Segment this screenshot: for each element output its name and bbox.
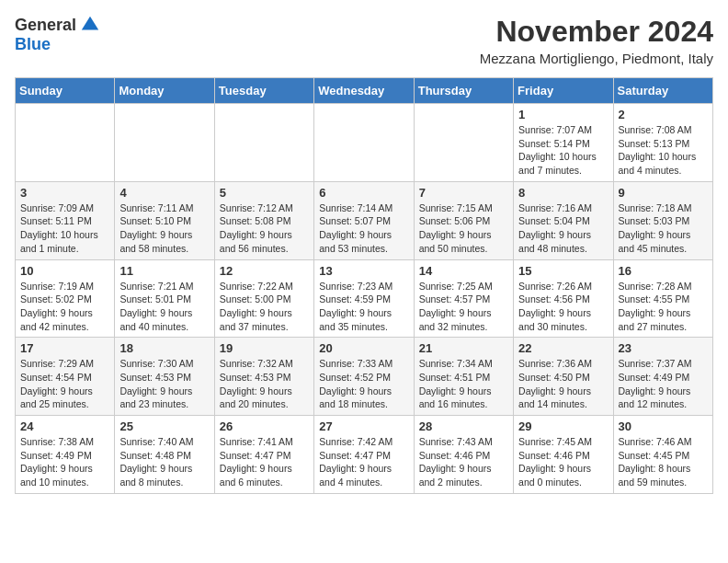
calendar-body: 1Sunrise: 7:07 AM Sunset: 5:14 PM Daylig… [16,104,713,494]
day-of-week-header: Saturday [613,78,712,104]
day-info: Sunrise: 7:19 AM Sunset: 5:02 PM Dayligh… [20,280,109,334]
day-of-week-header: Wednesday [314,78,414,104]
day-number: 7 [419,186,508,200]
day-number: 3 [20,186,109,200]
svg-marker-0 [82,17,98,30]
calendar-cell: 29Sunrise: 7:45 AM Sunset: 4:46 PM Dayli… [514,416,613,494]
day-of-week-header: Monday [115,78,214,104]
day-number: 2 [619,108,708,121]
calendar-cell: 13Sunrise: 7:23 AM Sunset: 4:59 PM Dayli… [314,259,414,338]
day-info: Sunrise: 7:11 AM Sunset: 5:10 PM Dayligh… [119,201,209,256]
calendar-cell: 20Sunrise: 7:33 AM Sunset: 4:52 PM Dayli… [314,338,414,416]
calendar-week-row: 3Sunrise: 7:09 AM Sunset: 5:11 PM Daylig… [16,181,713,259]
day-number: 10 [20,264,109,278]
day-info: Sunrise: 7:33 AM Sunset: 4:52 PM Dayligh… [319,357,408,411]
day-number: 27 [319,419,408,433]
day-number: 29 [518,419,608,433]
calendar-cell: 14Sunrise: 7:25 AM Sunset: 4:57 PM Dayli… [414,259,513,338]
day-number: 22 [518,341,608,355]
day-info: Sunrise: 7:34 AM Sunset: 4:51 PM Dayligh… [419,357,508,411]
calendar-cell: 6Sunrise: 7:14 AM Sunset: 5:07 PM Daylig… [314,181,414,259]
day-info: Sunrise: 7:21 AM Sunset: 5:01 PM Dayligh… [119,280,209,334]
day-number: 8 [518,186,608,200]
calendar-cell: 25Sunrise: 7:40 AM Sunset: 4:48 PM Dayli… [115,416,214,494]
day-info: Sunrise: 7:43 AM Sunset: 4:46 PM Dayligh… [419,435,508,489]
day-number: 18 [119,341,209,355]
day-info: Sunrise: 7:14 AM Sunset: 5:07 PM Dayligh… [319,201,408,256]
day-number: 14 [419,264,508,278]
calendar-cell: 15Sunrise: 7:26 AM Sunset: 4:56 PM Dayli… [514,259,613,338]
calendar-cell: 28Sunrise: 7:43 AM Sunset: 4:46 PM Dayli… [414,416,513,494]
calendar-cell: 17Sunrise: 7:29 AM Sunset: 4:54 PM Dayli… [16,338,115,416]
day-info: Sunrise: 7:36 AM Sunset: 4:50 PM Dayligh… [518,357,608,411]
calendar-cell [414,104,513,182]
day-info: Sunrise: 7:23 AM Sunset: 4:59 PM Dayligh… [319,280,408,334]
day-of-week-header: Friday [514,78,613,104]
day-number: 28 [419,419,508,433]
calendar-cell: 5Sunrise: 7:12 AM Sunset: 5:08 PM Daylig… [214,181,313,259]
day-number: 15 [518,264,608,278]
day-info: Sunrise: 7:28 AM Sunset: 4:55 PM Dayligh… [619,280,708,334]
logo-icon [80,15,100,35]
calendar-cell: 3Sunrise: 7:09 AM Sunset: 5:11 PM Daylig… [16,181,115,259]
calendar-header-row: SundayMondayTuesdayWednesdayThursdayFrid… [16,78,713,104]
day-number: 21 [419,341,508,355]
calendar-week-row: 10Sunrise: 7:19 AM Sunset: 5:02 PM Dayli… [16,259,713,338]
day-info: Sunrise: 7:18 AM Sunset: 5:03 PM Dayligh… [619,201,708,256]
day-info: Sunrise: 7:41 AM Sunset: 4:47 PM Dayligh… [220,435,309,489]
day-number: 4 [119,186,209,200]
day-number: 24 [20,419,109,433]
calendar-table: SundayMondayTuesdayWednesdayThursdayFrid… [15,77,713,494]
day-info: Sunrise: 7:12 AM Sunset: 5:08 PM Dayligh… [220,201,309,256]
day-info: Sunrise: 7:09 AM Sunset: 5:11 PM Dayligh… [20,201,109,256]
calendar-cell [214,104,313,182]
day-number: 23 [619,341,708,355]
day-of-week-header: Tuesday [214,78,313,104]
month-title: November 2024 [480,15,713,49]
calendar-cell: 22Sunrise: 7:36 AM Sunset: 4:50 PM Dayli… [514,338,613,416]
calendar-cell: 7Sunrise: 7:15 AM Sunset: 5:06 PM Daylig… [414,181,513,259]
day-info: Sunrise: 7:38 AM Sunset: 4:49 PM Dayligh… [20,435,109,489]
day-info: Sunrise: 7:45 AM Sunset: 4:46 PM Dayligh… [518,435,608,489]
logo: General Blue [15,15,100,54]
day-number: 13 [319,264,408,278]
day-of-week-header: Thursday [414,78,513,104]
day-info: Sunrise: 7:40 AM Sunset: 4:48 PM Dayligh… [119,435,209,489]
calendar-cell: 24Sunrise: 7:38 AM Sunset: 4:49 PM Dayli… [16,416,115,494]
day-info: Sunrise: 7:25 AM Sunset: 4:57 PM Dayligh… [419,280,508,334]
calendar-cell: 21Sunrise: 7:34 AM Sunset: 4:51 PM Dayli… [414,338,513,416]
day-number: 5 [220,186,309,200]
calendar-week-row: 1Sunrise: 7:07 AM Sunset: 5:14 PM Daylig… [16,104,713,182]
calendar-cell: 23Sunrise: 7:37 AM Sunset: 4:49 PM Dayli… [613,338,712,416]
day-info: Sunrise: 7:30 AM Sunset: 4:53 PM Dayligh… [119,357,209,411]
day-info: Sunrise: 7:07 AM Sunset: 5:14 PM Dayligh… [518,123,608,178]
calendar-cell: 30Sunrise: 7:46 AM Sunset: 4:45 PM Dayli… [613,416,712,494]
calendar-cell: 11Sunrise: 7:21 AM Sunset: 5:01 PM Dayli… [115,259,214,338]
calendar-cell: 19Sunrise: 7:32 AM Sunset: 4:53 PM Dayli… [214,338,313,416]
day-info: Sunrise: 7:29 AM Sunset: 4:54 PM Dayligh… [20,357,109,411]
logo-general-text: General [15,16,76,35]
calendar-cell: 8Sunrise: 7:16 AM Sunset: 5:04 PM Daylig… [514,181,613,259]
day-info: Sunrise: 7:08 AM Sunset: 5:13 PM Dayligh… [619,123,708,178]
calendar-cell: 18Sunrise: 7:30 AM Sunset: 4:53 PM Dayli… [115,338,214,416]
header: General Blue November 2024 Mezzana Morti… [15,15,713,66]
title-area: November 2024 Mezzana Mortigliengo, Pied… [480,15,713,66]
day-info: Sunrise: 7:15 AM Sunset: 5:06 PM Dayligh… [419,201,508,256]
day-number: 11 [119,264,209,278]
day-info: Sunrise: 7:42 AM Sunset: 4:47 PM Dayligh… [319,435,408,489]
day-info: Sunrise: 7:16 AM Sunset: 5:04 PM Dayligh… [518,201,608,256]
day-number: 1 [518,108,608,121]
day-number: 30 [619,419,708,433]
day-number: 20 [319,341,408,355]
calendar-cell: 16Sunrise: 7:28 AM Sunset: 4:55 PM Dayli… [613,259,712,338]
calendar-cell [115,104,214,182]
calendar-cell: 1Sunrise: 7:07 AM Sunset: 5:14 PM Daylig… [514,104,613,182]
day-info: Sunrise: 7:32 AM Sunset: 4:53 PM Dayligh… [220,357,309,411]
calendar-cell: 4Sunrise: 7:11 AM Sunset: 5:10 PM Daylig… [115,181,214,259]
calendar-cell: 27Sunrise: 7:42 AM Sunset: 4:47 PM Dayli… [314,416,414,494]
day-of-week-header: Sunday [16,78,115,104]
day-info: Sunrise: 7:22 AM Sunset: 5:00 PM Dayligh… [220,280,309,334]
location-subtitle: Mezzana Mortigliengo, Piedmont, Italy [480,51,713,66]
calendar-cell: 10Sunrise: 7:19 AM Sunset: 5:02 PM Dayli… [16,259,115,338]
day-info: Sunrise: 7:46 AM Sunset: 4:45 PM Dayligh… [619,435,708,489]
